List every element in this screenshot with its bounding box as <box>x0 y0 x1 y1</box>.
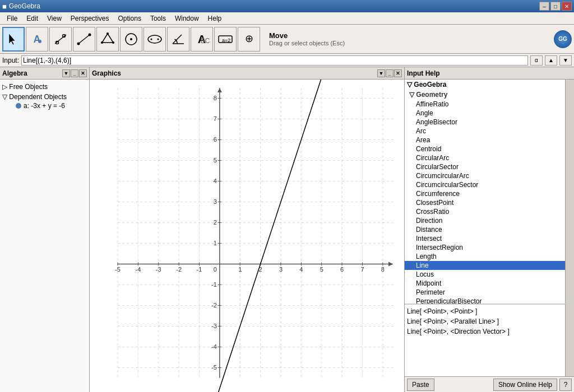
graphics-canvas[interactable] <box>90 80 404 392</box>
show-online-button[interactable]: Show Online Help <box>493 379 557 391</box>
menu-perspectives[interactable]: Perspectives <box>66 13 114 24</box>
tool-move[interactable] <box>2 27 25 52</box>
help-root: ▽ GeoGebra <box>405 80 565 90</box>
input-help-header: Input Help <box>405 67 574 80</box>
input-field[interactable] <box>21 55 528 66</box>
help-item-circumcircularsector[interactable]: CircumcircularSector <box>405 180 565 189</box>
help-item-intersectregion[interactable]: IntersectRegion <box>405 243 565 252</box>
segment-icon <box>76 31 92 47</box>
svg-point-2 <box>38 40 41 43</box>
polygon-icon <box>100 31 115 47</box>
svg-point-12 <box>101 41 103 44</box>
graphics-header: Graphics ▼ _ ✕ <box>90 67 404 80</box>
tool-circle[interactable] <box>120 27 142 52</box>
help-item-circumcirculararc[interactable]: CircumcircularArc <box>405 171 565 180</box>
line-icon <box>53 31 68 47</box>
help-item-intersect[interactable]: Intersect <box>405 234 565 243</box>
tool-line[interactable] <box>49 27 72 52</box>
menu-options[interactable]: Options <box>114 13 146 24</box>
svg-text:⊕: ⊕ <box>245 33 253 44</box>
help-icon-button[interactable]: ? <box>559 379 572 391</box>
help-item-angle[interactable]: Angle <box>405 109 565 118</box>
ggb-logo: GG <box>554 30 572 48</box>
tool-move-view[interactable]: ⊕ <box>238 27 260 52</box>
maximize-button[interactable]: □ <box>550 2 561 11</box>
menubar: File Edit View Perspectives Options Tool… <box>0 12 574 25</box>
paste-button[interactable]: Paste <box>407 379 434 391</box>
free-objects-group: ▷ Free Objects <box>2 82 87 92</box>
arrow-down-button[interactable]: ▼ <box>559 55 572 66</box>
help-description-area: Line[ <Point>, <Point> ] Line[ <Point>, … <box>405 304 574 376</box>
graphics-btn3[interactable]: ✕ <box>394 69 402 77</box>
graphics-btn2[interactable]: _ <box>386 69 394 77</box>
circle-icon <box>123 31 139 47</box>
graphics-btn1[interactable]: ▼ <box>377 69 385 77</box>
help-item-length[interactable]: Length <box>405 252 565 261</box>
tool-ellipse[interactable] <box>144 27 166 52</box>
alpha-button[interactable]: α <box>530 55 543 66</box>
help-item-crossratio[interactable]: CrossRatio <box>405 207 565 216</box>
tool-polygon[interactable] <box>96 27 119 52</box>
help-item-direction[interactable]: Direction <box>405 216 565 225</box>
help-item-arc[interactable]: Arc <box>405 127 565 136</box>
help-item-distance[interactable]: Distance <box>405 225 565 234</box>
toolbar: A <box>0 25 574 54</box>
tool-label-area: Move Drag or select objects (Esc) <box>269 31 345 46</box>
help-item-circularsector[interactable]: CircularSector <box>405 162 565 171</box>
help-bottom-bar: Paste Show Online Help ? <box>405 376 574 392</box>
menu-tools[interactable]: Tools <box>146 13 170 24</box>
help-item-circumference[interactable]: Circumference <box>405 189 565 198</box>
help-item-line[interactable]: Line <box>405 261 565 270</box>
help-item-closestpoint[interactable]: ClosestPoint <box>405 198 565 207</box>
tool-inputbox[interactable]: a=2 <box>214 27 237 52</box>
text-icon: A BC <box>194 31 210 47</box>
help-item-affineratio[interactable]: AffineRatio <box>405 100 565 109</box>
menu-edit[interactable]: Edit <box>22 13 43 24</box>
menu-file[interactable]: File <box>2 13 22 24</box>
menu-help[interactable]: Help <box>203 13 226 24</box>
svg-line-3 <box>55 35 66 44</box>
help-item-centroid[interactable]: Centroid <box>405 144 565 153</box>
expand-icon: ▷ <box>2 83 7 91</box>
graphics-title: Graphics <box>92 69 121 77</box>
help-item-perimeter[interactable]: Perimeter <box>405 288 565 297</box>
svg-point-8 <box>89 33 91 36</box>
help-desc-scrollbar[interactable] <box>565 304 574 376</box>
input-label: Input: <box>2 57 19 64</box>
help-item-midpoint[interactable]: Midpoint <box>405 279 565 288</box>
svg-text:a=2: a=2 <box>222 38 230 43</box>
graphics-controls: ▼ _ ✕ <box>377 69 402 77</box>
tool-text[interactable]: A BC <box>191 27 213 52</box>
help-item-perpendicularbisector[interactable]: PerpendicularBisector <box>405 297 565 304</box>
help-item-circulararc[interactable]: CircularArc <box>405 153 565 162</box>
content-area: Algebra ▼ _ ✕ ▷ Free Objects ▽ Dependent… <box>0 67 574 392</box>
menu-window[interactable]: Window <box>170 13 203 24</box>
item-dot-icon <box>16 103 21 109</box>
new-point-icon: A <box>29 31 45 47</box>
tool-segment[interactable] <box>73 27 95 52</box>
help-item-area[interactable]: Area <box>405 136 565 144</box>
input-help-panel: Input Help ▽ GeoGebra ▽ Geometry AffineR… <box>405 67 574 392</box>
expand-icon2: ▽ <box>2 93 7 101</box>
tool-angle[interactable] <box>167 27 189 52</box>
algebra-btn1[interactable]: ▼ <box>62 69 70 77</box>
algebra-btn3[interactable]: ✕ <box>79 69 87 77</box>
menu-view[interactable]: View <box>43 13 66 24</box>
svg-point-17 <box>158 38 159 40</box>
arrow-button[interactable]: ▲ <box>545 55 557 66</box>
algebra-btn2[interactable]: _ <box>71 69 78 77</box>
help-tree[interactable]: ▽ GeoGebra ▽ Geometry AffineRatio Angle … <box>405 80 565 304</box>
close-button[interactable]: ✕ <box>562 2 572 11</box>
titlebar-title: ■ GeoGebra <box>2 2 40 11</box>
minimize-button[interactable]: – <box>539 2 549 11</box>
help-tree-scrollbar[interactable] <box>565 80 574 304</box>
algebra-panel: Algebra ▼ _ ✕ ▷ Free Objects ▽ Dependent… <box>0 67 90 392</box>
algebra-item-a: a: -3x + y = -6 <box>2 102 87 110</box>
help-descriptions: Line[ <Point>, <Point> ] Line[ <Point>, … <box>405 304 565 377</box>
svg-point-10 <box>107 32 109 35</box>
help-item-locus[interactable]: Locus <box>405 270 565 279</box>
ellipse-icon <box>147 31 163 47</box>
app-title: GeoGebra <box>9 2 40 10</box>
help-item-anglebisector[interactable]: AngleBisector <box>405 118 565 127</box>
tool-new-point[interactable]: A <box>26 27 48 52</box>
